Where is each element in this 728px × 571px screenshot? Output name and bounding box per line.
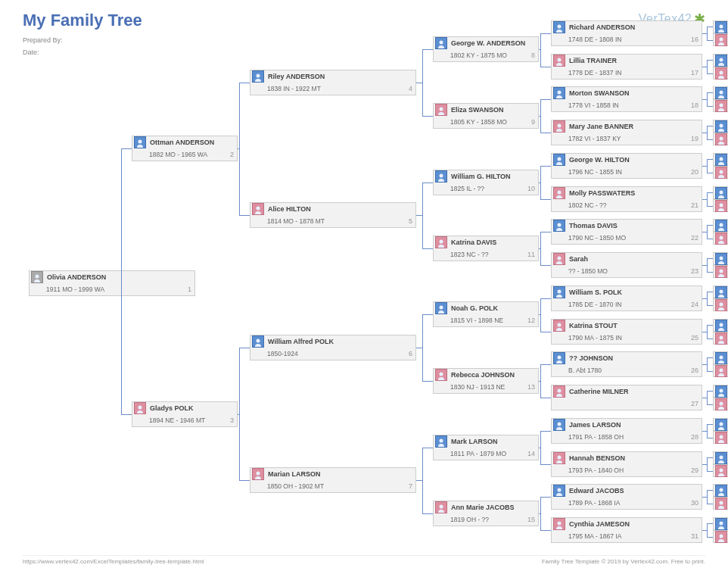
svg-point-45	[720, 256, 723, 260]
person-icon	[715, 465, 727, 477]
person-name: Ottman ANDERSON	[148, 139, 237, 146]
person-icon	[252, 70, 264, 83]
svg-point-56	[720, 435, 723, 438]
person-name: Thomas DAVIS	[567, 222, 702, 229]
person-number: 20	[691, 168, 698, 176]
person-card: Hannah BENSON1793 PA - 1840 OH29	[551, 451, 702, 477]
svg-point-50	[720, 335, 723, 339]
person-icon	[715, 67, 727, 80]
person-number: 14	[527, 450, 535, 457]
svg-point-38	[720, 136, 723, 140]
person-dates: 1825 IL - ??	[450, 185, 484, 192]
person-icon	[715, 55, 727, 67]
person-icon	[715, 232, 727, 245]
person-number: 26	[691, 367, 698, 374]
person-number: 4	[409, 85, 412, 92]
person-icon	[715, 299, 727, 311]
person-card: 51	[713, 332, 728, 345]
person-card: 53	[713, 364, 728, 377]
person-card: Edward JACOBS1789 PA - 1868 IA30	[551, 484, 702, 510]
person-card: Catherine MILNER27	[551, 385, 702, 410]
svg-point-3	[257, 74, 260, 78]
svg-point-24	[558, 323, 562, 327]
person-card: 44	[713, 219, 728, 232]
person-icon	[553, 55, 565, 67]
person-icon	[715, 34, 727, 46]
svg-point-1	[138, 140, 142, 144]
person-card: ?? STEWART49	[713, 298, 728, 311]
svg-point-11	[440, 306, 443, 310]
svg-point-42	[720, 203, 723, 207]
person-icon	[715, 133, 727, 145]
svg-point-58	[720, 468, 723, 472]
person-name: Noah G. POLK	[449, 304, 538, 312]
person-number: 6	[409, 350, 412, 357]
person-card: William Alfred POLK1850-19246	[250, 335, 416, 360]
person-name: Catherine MILNER	[567, 388, 702, 395]
person-dates: 1819 OH - ??	[450, 516, 489, 523]
svg-point-52	[720, 368, 723, 372]
person-icon	[715, 518, 727, 530]
person-name: Hannah BENSON	[567, 454, 702, 462]
person-card: Thomas DAVIS1790 NC - 1850 MO22	[551, 219, 702, 245]
person-name: Katrina STOUT	[567, 322, 702, 329]
person-name: Eliza SWANSON	[449, 106, 538, 114]
person-icon	[435, 37, 447, 49]
svg-point-57	[720, 455, 723, 459]
person-dates: 1782 VI - 1837 KY	[568, 135, 621, 142]
svg-point-5	[257, 339, 260, 343]
svg-point-31	[720, 24, 723, 28]
person-icon	[553, 21, 565, 33]
person-icon	[553, 419, 565, 431]
person-icon	[715, 498, 727, 510]
svg-point-44	[720, 236, 723, 239]
svg-point-35	[720, 90, 723, 94]
person-number: 10	[527, 185, 535, 192]
person-dates: 1911 MO - 1999 WA	[46, 286, 104, 293]
person-dates: 1811 PA - 1879 MO	[450, 450, 506, 457]
person-number: 18	[691, 101, 698, 109]
svg-point-9	[440, 174, 443, 178]
person-card: Cynthia JAMESON1795 MA - 1867 IA31	[551, 517, 702, 543]
svg-point-28	[558, 456, 562, 460]
person-card: Sarah JENNINGSOf MD35	[713, 67, 728, 80]
person-card: Lillia TRAINER1778 DE - 1837 IN17	[551, 54, 702, 80]
footer-url: https://www.vertex42.com/ExcelTemplates/…	[23, 558, 204, 565]
svg-point-53	[720, 388, 723, 392]
person-dates: 1795 MA - 1867 IA	[568, 532, 621, 540]
svg-point-51	[720, 355, 723, 359]
person-card: Noah G. POLK1815 VI - 1898 NE12	[433, 301, 539, 327]
person-number: 31	[691, 532, 698, 540]
person-dates: 1785 DE - 1870 IN	[568, 301, 621, 308]
person-card: Mark LARSON1811 PA - 1879 MO14	[433, 435, 539, 460]
svg-point-0	[36, 275, 39, 279]
person-card: Ottman ANDERSON1882 MO - 1965 WA2	[132, 136, 238, 161]
person-dates: 1882 MO - 1965 WA	[149, 151, 207, 158]
person-icon	[715, 253, 727, 265]
person-dates: 1894 NE - 1946 MT	[149, 417, 205, 424]
person-number: 19	[691, 135, 698, 142]
person-dates: 1790 NC - 1850 MO	[568, 234, 626, 242]
svg-point-6	[257, 472, 260, 476]
person-card: 39	[713, 133, 728, 145]
person-number: 11	[527, 251, 535, 258]
person-number: 8	[531, 51, 535, 59]
person-dates: 1805 KY - 1858 MO	[450, 118, 507, 126]
person-icon	[553, 518, 565, 530]
person-icon	[715, 286, 727, 298]
person-card: Olivia ANDERSON1911 MO - 1999 WA1	[29, 270, 195, 296]
person-name: William Alfred POLK	[266, 338, 415, 345]
person-icon	[553, 352, 565, 364]
person-name: James LARSON	[567, 421, 702, 429]
person-name: Sarah	[567, 255, 702, 263]
person-icon	[435, 369, 447, 381]
person-name: Lillia TRAINER	[567, 57, 702, 64]
person-icon	[715, 485, 727, 497]
person-card: Abigail WALDEN1776 MA - 1857 OH63	[713, 530, 728, 543]
svg-point-12	[440, 373, 443, 376]
person-icon	[252, 203, 264, 215]
person-icon	[134, 402, 146, 414]
person-number: 29	[691, 466, 698, 474]
person-number: 2	[230, 151, 234, 158]
person-dates: 1802 NC - ??	[568, 201, 607, 209]
